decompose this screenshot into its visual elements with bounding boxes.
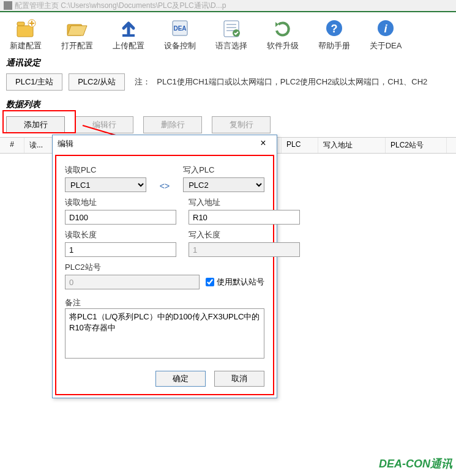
language-button[interactable]: 语言选择 — [208, 16, 255, 53]
footer-brand: DEA-CON通讯 — [379, 456, 452, 471]
read-addr-label: 读取地址 — [65, 197, 176, 208]
th-plc2-station: PLC2站号 — [386, 138, 447, 153]
write-len-label: 写入长度 — [189, 229, 300, 240]
open-config-icon — [65, 17, 89, 39]
svg-text:DEA: DEA — [173, 25, 186, 32]
comm-row: PLC1/主站 PLC2/从站 注： PLC1使用CH1端口或以太网端口，PLC… — [0, 71, 456, 95]
cancel-button[interactable]: 取消 — [214, 371, 264, 387]
delete-row-button[interactable]: 删除行 — [143, 116, 202, 133]
titlebar: 配置管理主页 C:\Users\whsong\Documents\PLC及PLC… — [0, 0, 456, 11]
read-addr-input[interactable] — [65, 210, 176, 225]
comm-note: PLC1使用CH1端口或以太网端口，PLC2使用CH2或以太网端口，CH1、CH… — [157, 76, 427, 87]
toolbar: 新建配置 打开配置 上传配置 DEA 设备控制 语言选择 软件升级 ? 帮助手册 — [0, 12, 456, 54]
upload-config-icon — [116, 17, 141, 39]
new-config-icon — [13, 17, 38, 39]
write-addr-label: 写入地址 — [189, 197, 300, 208]
write-addr-input[interactable] — [189, 210, 300, 225]
th-write-addr: 写入地址 — [318, 138, 386, 153]
titlebar-text: 配置管理主页 C:\Users\whsong\Documents\PLC及PLC… — [15, 1, 226, 11]
toolbar-label: 打开配置 — [61, 40, 93, 51]
use-default-label: 使用默认站号 — [217, 277, 264, 288]
write-len-input — [189, 242, 300, 257]
edit-dialog: 编辑 × 读取PLC PLC1 <> 写入PLC PLC2 读取 — [52, 135, 277, 398]
th-num: # — [0, 138, 24, 153]
software-update-button[interactable]: 软件升级 — [260, 16, 306, 53]
edit-row-button[interactable]: 编辑行 — [75, 116, 133, 133]
svg-rect-0 — [17, 26, 33, 37]
station-input — [65, 275, 200, 289]
toolbar-label: 软件升级 — [267, 40, 299, 51]
data-toolbar: 添加行 编辑行 删除行 复制行 — [0, 113, 456, 137]
toolbar-label: 设备控制 — [164, 40, 196, 51]
comm-note-label: 注： — [135, 76, 151, 87]
about-icon: i — [373, 17, 398, 39]
write-plc-select[interactable]: PLC2 — [183, 177, 264, 192]
upload-config-button[interactable]: 上传配置 — [105, 16, 152, 53]
svg-text:?: ? — [331, 23, 338, 35]
comm-section-title: 通讯设定 — [0, 54, 456, 71]
toolbar-label: 语言选择 — [215, 40, 247, 51]
write-plc-label: 写入PLC — [183, 165, 264, 176]
read-plc-select[interactable]: PLC1 — [65, 177, 146, 192]
toolbar-label: 上传配置 — [113, 40, 144, 51]
read-len-label: 读取长度 — [65, 229, 176, 240]
station-label: PLC2站号 — [65, 262, 200, 273]
use-default-checkbox-wrap[interactable]: 使用默认站号 — [206, 277, 264, 289]
ok-button[interactable]: 确定 — [155, 371, 206, 387]
dialog-body: 读取PLC PLC1 <> 写入PLC PLC2 读取地址 写入地址 — [55, 155, 274, 395]
toolbar-label: 帮助手册 — [318, 40, 350, 51]
swap-button[interactable]: <> — [159, 181, 171, 191]
copy-row-button[interactable]: 复制行 — [212, 116, 271, 133]
read-plc-label: 读取PLC — [65, 165, 146, 176]
use-default-checkbox[interactable] — [206, 278, 214, 286]
close-icon[interactable]: × — [255, 138, 272, 150]
data-section-title: 数据列表 — [0, 95, 456, 113]
toolbar-label: 新建配置 — [10, 40, 42, 51]
plc2-slave-button[interactable]: PLC2/从站 — [69, 73, 125, 91]
toolbar-label: 关于DEA — [370, 40, 402, 51]
dialog-title: 编辑 — [58, 138, 73, 149]
help-icon: ? — [322, 17, 346, 39]
read-len-input[interactable] — [65, 242, 176, 257]
dialog-titlebar[interactable]: 编辑 × — [53, 135, 277, 152]
language-icon — [219, 17, 244, 39]
remark-textarea[interactable] — [65, 308, 264, 359]
add-row-button[interactable]: 添加行 — [6, 116, 65, 133]
th-plc: PLC — [282, 138, 318, 153]
svg-rect-4 — [122, 34, 135, 37]
app-icon — [4, 1, 12, 10]
about-button[interactable]: i 关于DEA — [362, 16, 409, 53]
device-control-button[interactable]: DEA 设备控制 — [157, 16, 203, 53]
plc1-master-button[interactable]: PLC1/主站 — [6, 73, 62, 91]
update-icon — [271, 17, 295, 39]
help-button[interactable]: ? 帮助手册 — [311, 16, 357, 53]
remark-label: 备注 — [65, 298, 81, 307]
new-config-button[interactable]: 新建配置 — [2, 16, 49, 53]
svg-rect-1 — [17, 22, 24, 26]
open-config-button[interactable]: 打开配置 — [54, 16, 100, 53]
device-control-icon: DEA — [168, 17, 192, 39]
